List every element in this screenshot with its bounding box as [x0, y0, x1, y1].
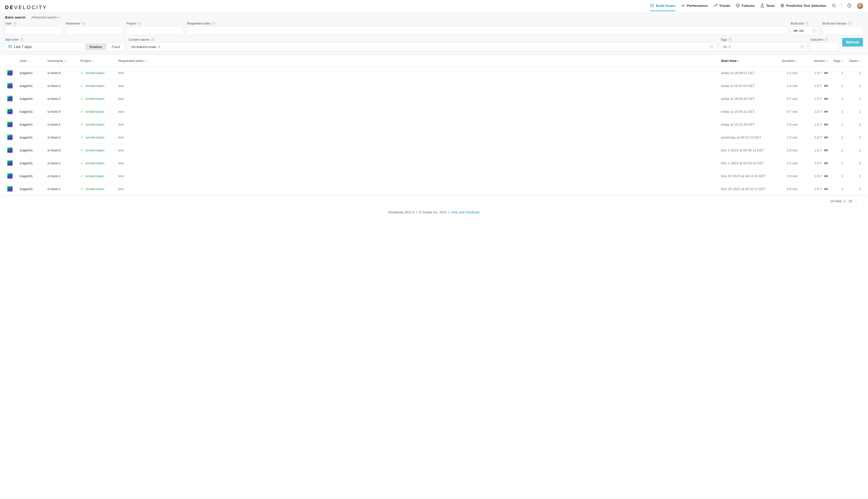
buildtoolver-input[interactable]: [822, 26, 863, 35]
help-icon[interactable]: ?: [151, 38, 154, 41]
outcome-input[interactable]: [810, 42, 839, 51]
project-name: smoke-basic: [85, 71, 105, 75]
col-start[interactable]: Start time▾: [719, 55, 777, 66]
bottombar: Develocity 2023.4 | © Gradle Inc. 2023 |…: [0, 207, 868, 218]
starttime-value[interactable]: Last 7 days: [5, 43, 84, 51]
chip-remove-icon[interactable]: ✕: [158, 45, 160, 49]
col-duration[interactable]: Duration⇅: [777, 55, 800, 66]
tags-input[interactable]: CI ✕ ✕: [720, 42, 807, 51]
cell-hostname: ci-host-1: [46, 118, 78, 131]
project-link[interactable]: ✓smoke-basic: [81, 187, 105, 191]
help-icon[interactable]: ?: [825, 38, 828, 41]
sbt-badge-icon: sbt: [824, 71, 828, 74]
table-row[interactable]: tcagent1ci-host-1✓smoke-basictestNov 30 …: [5, 170, 863, 183]
customvals-input[interactable]: Git branch=main ✕ ✕: [129, 42, 717, 51]
user-avatar[interactable]: [857, 3, 863, 9]
col-tags[interactable]: Tags⇅: [830, 55, 845, 66]
project-link[interactable]: ✓smoke-basic: [81, 161, 105, 165]
starttime-relative-button[interactable]: Relative: [85, 44, 107, 50]
col-label: Version: [814, 59, 825, 63]
topbar: DEVELOCITY Build Scans Performance Trend…: [0, 0, 868, 12]
refresh-button[interactable]: Refresh: [842, 38, 863, 47]
table-row[interactable]: tcagent1ci-host-2✓smoke-basictestDec 1 2…: [5, 157, 863, 170]
table-row[interactable]: tcagent1ci-host-2✓smoke-basictestyesterd…: [5, 131, 863, 144]
project-name: smoke-basic: [85, 97, 105, 101]
nav-failures[interactable]: Failures: [736, 3, 755, 11]
sort-icon: ⇅: [826, 60, 828, 62]
help-icon[interactable]: ?: [82, 22, 85, 25]
sort-icon: ⇅: [145, 60, 147, 62]
ci-icon-cell: [5, 144, 18, 157]
project-name: smoke-basic: [85, 110, 105, 113]
col-user[interactable]: User⇅: [18, 55, 46, 66]
field-label: Build tool?: [791, 22, 819, 25]
help-icon[interactable]: ?: [212, 22, 215, 25]
cell-hostname: ci-host-2: [46, 131, 78, 144]
help-icon[interactable]: [847, 3, 851, 11]
project-link[interactable]: ✓smoke-basic: [81, 135, 105, 139]
next-page-icon[interactable]: ›: [862, 199, 863, 203]
table-row[interactable]: tcagent1ci-host-3✓smoke-basictesttoday a…: [5, 66, 863, 80]
label-text: Hostname: [66, 22, 80, 25]
project-link[interactable]: ✓smoke-basic: [81, 148, 105, 152]
clear-icon[interactable]: ✕: [799, 45, 804, 49]
nav-label: Build Scans: [656, 4, 675, 8]
field-label: Outcome?: [810, 38, 839, 41]
col-hostname[interactable]: Hostname⇅: [46, 55, 78, 66]
sort-icon: ⇅: [64, 60, 66, 62]
search-icon[interactable]: [832, 3, 836, 11]
project-link[interactable]: ✓smoke-basic: [81, 97, 105, 101]
nav-performance[interactable]: Performance: [681, 3, 708, 11]
table-row[interactable]: tcagent1ci-host-3✓smoke-basictesttoday a…: [5, 105, 863, 118]
col-icon: [5, 55, 18, 66]
help-icon[interactable]: ?: [729, 38, 732, 41]
tab-basic-search[interactable]: Basic search: [5, 15, 25, 19]
cell-views: 1: [845, 144, 863, 157]
help-icon[interactable]: ?: [13, 22, 16, 25]
buildtool-value: sbt: [799, 29, 804, 33]
table-row[interactable]: tcagent1ci-host-2✓smoke-basictesttoday a…: [5, 92, 863, 105]
nav-predictive[interactable]: Predictive Test Selection: [780, 3, 826, 11]
help-icon[interactable]: ?: [805, 22, 808, 25]
col-project[interactable]: Project⇅: [78, 55, 116, 66]
nav-trends[interactable]: Trends: [713, 3, 730, 11]
tasks-input[interactable]: [187, 26, 787, 35]
buildtool-input[interactable]: sbt sbt ✕: [791, 26, 819, 35]
chip-remove-icon[interactable]: ✕: [728, 45, 731, 49]
table-row[interactable]: tcagent1ci-host-1✓smoke-basictestNov 29 …: [5, 183, 863, 195]
nav-build-scans[interactable]: Build Scans: [650, 3, 675, 11]
project-link[interactable]: ✓smoke-basic: [81, 84, 105, 88]
help-icon[interactable]: ?: [138, 22, 141, 25]
col-version[interactable]: Version⇅: [800, 55, 830, 66]
user-input[interactable]: [5, 26, 62, 35]
help-icon[interactable]: ?: [20, 38, 24, 41]
version-text: 1.9.7: [814, 187, 822, 191]
project-link[interactable]: ✓smoke-basic: [81, 71, 105, 75]
nav-tests[interactable]: Tests: [760, 3, 775, 11]
project-link[interactable]: ✓smoke-basic: [81, 122, 105, 126]
field-label: Requested tasks?: [187, 22, 787, 25]
help-feedback-link[interactable]: Help and Feedback: [451, 210, 480, 214]
project-input[interactable]: [126, 26, 184, 35]
table-row[interactable]: tcagent1ci-host-2✓smoke-basictesttoday a…: [5, 80, 863, 92]
version-text: 1.9.7: [814, 110, 822, 113]
version-text: 1.9.7: [814, 71, 822, 75]
col-tasks[interactable]: Requested tasks⇅: [116, 55, 719, 66]
cell-duration: 8.7 sec: [777, 92, 800, 105]
prev-page-icon[interactable]: ‹: [856, 199, 857, 203]
help-icon[interactable]: ?: [848, 22, 851, 25]
clear-icon[interactable]: ✕: [812, 28, 816, 33]
cell-hostname: ci-host-1: [46, 170, 78, 183]
tab-advanced-search[interactable]: Advanced search✦: [31, 15, 59, 19]
hostname-input[interactable]: [66, 26, 123, 35]
cell-hostname: ci-host-2: [46, 157, 78, 170]
col-views[interactable]: Views⇅: [845, 55, 863, 66]
cell-project: ✓smoke-basic: [78, 170, 116, 183]
table-row[interactable]: tcagent1ci-host-1✓smoke-basictesttoday a…: [5, 118, 863, 131]
results-table: User⇅ Hostname⇅ Project⇅ Requested tasks…: [0, 55, 868, 195]
table-row[interactable]: tcagent1ci-host-3✓smoke-basictestDec 2 2…: [5, 144, 863, 157]
project-link[interactable]: ✓smoke-basic: [81, 174, 105, 178]
clear-icon[interactable]: ✕: [710, 45, 714, 49]
starttime-fixed-button[interactable]: Fixed: [107, 43, 125, 51]
project-link[interactable]: ✓smoke-basic: [81, 109, 105, 113]
